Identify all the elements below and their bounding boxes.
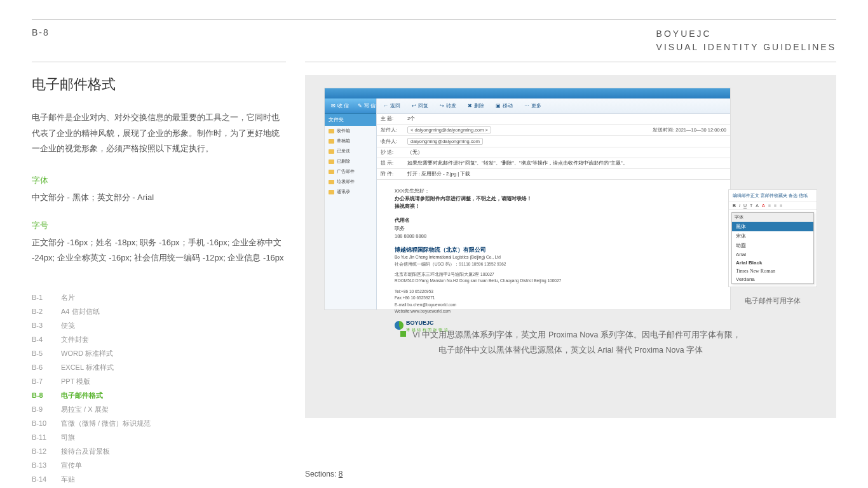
toc-item-b-10[interactable]: B-10官微（微博 / 微信）标识规范 — [32, 416, 286, 430]
folder-item[interactable]: 已删除 — [325, 156, 376, 166]
toc-item-b-4[interactable]: B-4文件封套 — [32, 332, 286, 346]
company-tel: Tel:+86 10 65226953 — [395, 288, 712, 295]
right-column: ✉ 收 信 ✎ 写 信 文件夹 收件箱草稿箱已发送已删除广告邮件垃圾邮件通讯录 … — [305, 62, 836, 488]
folder-item[interactable]: 已发送 — [325, 146, 376, 156]
toc-item-b-1[interactable]: B-1名片 — [32, 290, 286, 304]
font-option[interactable]: Arial Black — [732, 259, 813, 267]
forward-button[interactable]: ↪ 转发 — [440, 102, 456, 109]
page-title: 电子邮件格式 — [32, 75, 286, 94]
font-panel-caption: 电子邮件可用字体 — [728, 296, 817, 306]
email-client-mockup: ✉ 收 信 ✎ 写 信 文件夹 收件箱草稿箱已发送已删除广告邮件垃圾邮件通讯录 … — [324, 88, 731, 310]
company-fax: Fax:+86 10 65259271 — [395, 295, 712, 301]
cc-label: 抄 送: — [381, 149, 407, 156]
sidebar-top-buttons: ✉ 收 信 ✎ 写 信 — [325, 98, 376, 114]
editor-toolbar: 编辑邮件正文 富邮件收藏夹 备选 信纸 — [729, 190, 817, 202]
toc-item-b-13[interactable]: B-13宣传单 — [32, 458, 286, 472]
folder-icon — [329, 159, 334, 164]
company-addr-en: ROOM510 DiYang Mansion No.H2 Dong san hu… — [395, 278, 712, 284]
company-name-cn: 博越锦程国际物流（北京）有限公司 — [395, 245, 712, 254]
font-option[interactable]: Verdana — [732, 275, 813, 283]
email-sidebar: ✉ 收 信 ✎ 写 信 文件夹 收件箱草稿箱已发送已删除广告邮件垃圾邮件通讯录 — [325, 98, 377, 309]
folder-item[interactable]: 草稿箱 — [325, 136, 376, 146]
folder-icon — [329, 170, 334, 174]
toc-item-b-9[interactable]: B-9易拉宝 / X 展架 — [32, 402, 286, 416]
brand-subtitle: VISUAL IDENTITY GUIDELINES — [656, 41, 836, 54]
format-toolbar: BIUTAA≡≡≡ — [729, 202, 817, 210]
folder-item[interactable]: 垃圾邮件 — [325, 177, 376, 187]
brand-name: BOYUEJC — [656, 27, 836, 41]
size-spec: 正文部分 -16px；姓名 -18px; 职务 -16px；手机 -16px; … — [32, 235, 286, 265]
body-line-1: XXX先生您好： — [395, 187, 712, 195]
font-option[interactable]: 宋体 — [732, 231, 813, 241]
signature-title: 职务 — [395, 225, 712, 233]
attach-text[interactable]: 打开 : 应用部分 - 2.jpg | 下载 — [407, 171, 726, 177]
font-spec: 中文部分 - 黑体；英文部分 - Arial — [32, 190, 286, 205]
company-email: E-mail:bo.chen@boyueworld.com — [395, 302, 712, 308]
sent-time: 发送时间: 2021—10—30 12:00:00 — [653, 127, 726, 133]
back-button[interactable]: ← 返回 — [383, 102, 400, 109]
email-toolbar: ← 返回 ↩ 回复 ↪ 转发 ✖ 删除 ▣ 移动 ⋯ 更多 — [377, 98, 730, 114]
folder-icon — [329, 129, 334, 133]
toc-item-b-6[interactable]: B-6EXCEL 标准样式 — [32, 360, 286, 374]
font-option[interactable]: 黑体 — [732, 222, 813, 231]
font-option[interactable]: Arial — [732, 250, 813, 259]
logo-text: BOYUEJC — [406, 320, 434, 326]
delete-button[interactable]: ✖ 删除 — [468, 102, 484, 109]
font-option[interactable]: Times New Roman — [732, 267, 813, 275]
toc-item-b-5[interactable]: B-5WORD 标准样式 — [32, 346, 286, 360]
sections-count[interactable]: 8 — [339, 470, 343, 478]
folder-icon — [329, 180, 334, 184]
to-label: 收件人: — [381, 139, 407, 145]
toc-item-b-12[interactable]: B-12接待台及背景板 — [32, 444, 286, 458]
signature-phone: 188 8888 8888 — [395, 233, 712, 240]
cc-value: （无） — [407, 149, 726, 156]
logo-subtext: 博 越 锦 程 国 际 物 流 — [406, 327, 448, 333]
window-titlebar — [325, 88, 730, 98]
tip-label: 提 示: — [381, 160, 407, 166]
compose-button[interactable]: ✎ 写 信 — [358, 102, 376, 109]
size-section-label: 字号 — [32, 220, 286, 231]
subject-label: 主 题: — [381, 116, 407, 122]
folder-header: 文件夹 — [325, 114, 376, 126]
folder-icon — [329, 190, 334, 194]
toc-item-b-8[interactable]: B-8电子邮件格式 — [32, 388, 286, 402]
font-section-label: 字体 — [32, 175, 286, 186]
folder-item[interactable]: 通讯录 — [325, 187, 376, 197]
attach-label: 附 件: — [381, 171, 407, 177]
company-code: 社会信用统一编码（USCI 码）：91110 10596 13552 9362 — [395, 261, 712, 268]
body-line-2: 办公系统请参照附件内容进行调整，不明之处，请随时联络！ — [395, 195, 712, 203]
left-column: 电子邮件格式 电子邮件是企业对内、对外交换信息的最重要的工具之一，它同时也代表了… — [32, 62, 286, 488]
reply-button[interactable]: ↩ 回复 — [412, 102, 428, 109]
company-name-en: Bo Yue Jin Cheng International Logistics… — [395, 254, 712, 261]
tip-text: 如果您需要对此邮件进行"回复"、"转发"、"删除"、"彻底"等操作，请点击收件箱… — [407, 160, 726, 166]
receive-button[interactable]: ✉ 收 信 — [331, 102, 349, 109]
page-header: B-8 BOYUEJC VISUAL IDENTITY GUIDELINES — [32, 27, 836, 62]
subject-value: 2个 — [407, 116, 726, 122]
toc-item-b-3[interactable]: B-3便笺 — [32, 318, 286, 332]
folder-icon — [329, 149, 334, 154]
company-web: Website:www.boyueworld.com — [395, 308, 712, 315]
toc-item-b-7[interactable]: B-7PPT 模版 — [32, 374, 286, 388]
from-label: 发件人: — [381, 127, 407, 133]
folder-item[interactable]: 收件箱 — [325, 126, 376, 136]
brand-block: BOYUEJC VISUAL IDENTITY GUIDELINES — [656, 27, 836, 54]
logo: BOYUEJC 博 越 锦 程 国 际 物 流 — [395, 318, 448, 332]
font-demo-panel: 编辑邮件正文 富邮件收藏夹 备选 信纸 BIUTAA≡≡≡ 字体 黑体宋体幼圆A… — [728, 189, 817, 306]
intro-paragraph: 电子邮件是企业对内、对外交换信息的最重要的工具之一，它同时也代表了企业的精神风貌… — [32, 110, 286, 157]
folder-item[interactable]: 广告邮件 — [325, 166, 376, 177]
toc-item-b-2[interactable]: B-2A4 信封信纸 — [32, 304, 286, 318]
figure-area: ✉ 收 信 ✎ 写 信 文件夹 收件箱草稿箱已发送已删除广告邮件垃圾邮件通讯录 … — [305, 75, 836, 418]
body-line-3: 操祝商祺！ — [395, 203, 712, 210]
folder-icon — [329, 139, 334, 144]
company-addr-cn: 北京市朝阳区东三环北路甲2号迪阳大厦2座 100027 — [395, 271, 712, 278]
font-dropdown[interactable]: 字体 黑体宋体幼圆ArialArial BlackTimes New Roman… — [731, 212, 814, 284]
move-button[interactable]: ▣ 移动 — [496, 102, 513, 109]
toc-item-b-11[interactable]: B-11司旗 — [32, 430, 286, 444]
from-value: < daiyongming@daiyongming.com > — [407, 126, 653, 133]
font-dropdown-header: 字体 — [732, 213, 813, 222]
font-option[interactable]: 幼圆 — [732, 241, 813, 250]
more-button[interactable]: ⋯ 更多 — [524, 102, 541, 109]
email-content: ← 返回 ↩ 回复 ↪ 转发 ✖ 删除 ▣ 移动 ⋯ 更多 主 题:2个 发件 — [377, 98, 730, 309]
sections-footer: Sections: 8 — [305, 470, 342, 478]
toc-item-b-14[interactable]: B-14车贴 — [32, 472, 286, 486]
